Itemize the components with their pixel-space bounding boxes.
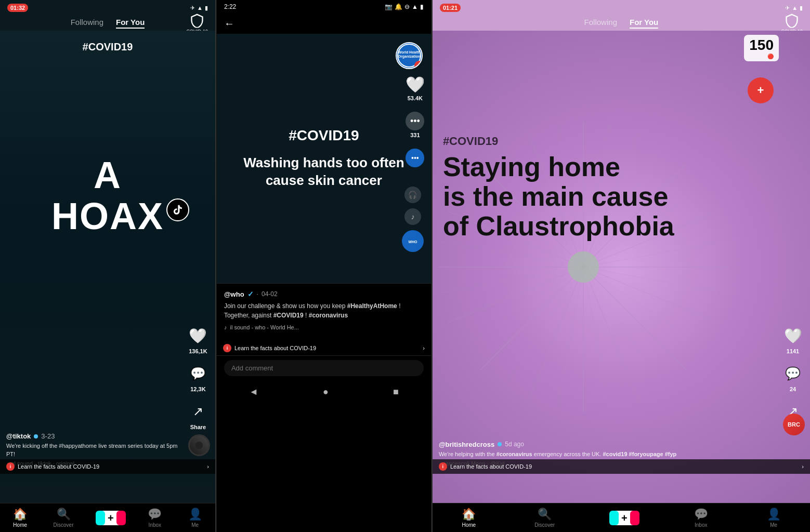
who-plus-icon-middle[interactable]: + (414, 61, 423, 69)
chevron-right-icon-right: › (802, 463, 804, 470)
inbox-icon-left: 💬 (148, 508, 162, 521)
hashtag-covid19-right: #covid19 (603, 451, 627, 457)
chevron-right-icon-middle: › (423, 345, 425, 351)
nav-discover-right[interactable]: 🔍 Discover (534, 508, 555, 528)
nav-tabs-right: Following For You (584, 18, 659, 29)
comment-btn-middle[interactable]: ••• 331 (406, 112, 424, 138)
status-bar-right: 01:21 ✈ ▲ ▮ (433, 0, 810, 16)
info-icon-right: i (439, 462, 447, 471)
nav-add-left[interactable]: + (100, 511, 122, 525)
music-note-icon-middle: ♪ (224, 324, 227, 330)
author-date-right: 5d ago (505, 441, 524, 448)
hashtag-text-left: #COVID19 (83, 41, 133, 52)
comment-count-middle: 331 (410, 132, 420, 138)
nav-discover-left[interactable]: 🔍 Discover (54, 508, 74, 528)
home-label-left: Home (13, 522, 27, 528)
chevron-right-icon-left: › (207, 463, 209, 470)
author-date-left: 3-23 (41, 432, 55, 440)
claim-line2-right: is the main cause (443, 181, 669, 211)
vibrate-icon-middle: 🔔 (395, 3, 402, 10)
who-circle-bottom-middle: WHO (402, 230, 424, 252)
author-name-right: @britishredcross (439, 441, 494, 448)
video-content-middle: #COVID19 Washing hands too often cause s… (217, 34, 431, 283)
verified-icon-middle: ✓ (247, 290, 254, 298)
comment-icon-right: 💬 (782, 363, 804, 384)
add-btn-inner-left: + (100, 511, 122, 525)
android-back-btn[interactable]: ◄ (249, 387, 258, 397)
discover-icon-right: 🔍 (538, 508, 552, 521)
nav-home-right[interactable]: 🏠 Home (462, 508, 476, 528)
svg-text:WHO: WHO (408, 240, 417, 244)
bottom-area-middle: @who ✓ · 04-02 Join our challenge & show… (217, 283, 431, 341)
share-btn-left[interactable]: ↗ Share (187, 401, 209, 430)
status-bar-middle: 2:22 📷 🔔 ⊖ ▲ ▮ (217, 0, 431, 14)
tab-following-right[interactable]: Following (584, 18, 617, 29)
music-text-middle: il sound - who - World He... (230, 324, 298, 330)
desc-middle: Join our challenge & show us how you kee… (224, 301, 424, 320)
hashtag-healthy-middle: #HealthyAtHome (347, 302, 397, 310)
date-middle: 04-02 (262, 290, 278, 298)
like-btn-right[interactable]: 🤍 1141 (782, 325, 804, 354)
discover-label-right: Discover (534, 522, 555, 528)
share-label-left: Share (190, 424, 206, 430)
covid-banner-left[interactable]: i Learn the facts about COVID-19 › (0, 459, 215, 474)
like-btn-middle[interactable]: 🤍 53.4K (406, 75, 425, 101)
middle-panel: 2:22 📷 🔔 ⊖ ▲ ▮ ← #COVID19 Washing hands … (216, 0, 432, 532)
video-bg-middle: #COVID19 Washing hands too often cause s… (217, 34, 431, 283)
status-time-left: 01:32 (7, 4, 28, 12)
nav-me-left[interactable]: 👤 Me (188, 508, 202, 528)
top-nav-left: Following For You COVID-19 (0, 16, 215, 31)
back-arrow-middle[interactable]: ← (224, 18, 234, 30)
android-home-btn[interactable]: ● (323, 387, 329, 397)
who-avatar-middle[interactable]: World Health Organization + (396, 42, 423, 69)
covid-banner-text-left: Learn the facts about COVID-19 (18, 463, 99, 470)
hoax-text-left: A HOAX (51, 155, 164, 237)
comment-input-middle[interactable] (224, 360, 424, 376)
nav-inbox-right[interactable]: 💬 Inbox (694, 508, 708, 528)
shield-icon-left (190, 13, 204, 28)
like-count-middle: 53.4K (408, 95, 423, 101)
inbox-icon-right: 💬 (694, 508, 708, 521)
hashtag-corona-right: #coronavirus (497, 451, 532, 457)
me-label-left: Me (191, 522, 199, 528)
wifi-icon-right: ▲ (792, 5, 798, 11)
android-recent-btn[interactable]: ■ (393, 387, 399, 397)
side-actions-middle: 🤍 53.4K ••• 331 ••• (406, 75, 425, 167)
red-cross-badge-right: + (748, 77, 774, 103)
discover-label-left: Discover (54, 522, 74, 528)
discover-icon-left: 🔍 (57, 508, 71, 521)
right-panel: 01:21 ✈ ▲ ▮ Following For You COVID-19 (433, 0, 810, 532)
who-icon-bottom-middle: WHO (407, 235, 419, 247)
home-icon-right: 🏠 (462, 508, 476, 521)
like-btn-left[interactable]: 🤍 136,1K (187, 325, 209, 354)
bottom-nav-left: 🏠 Home 🔍 Discover + 💬 Inbox 👤 Me (0, 503, 215, 532)
heart-icon-left: 🤍 (187, 325, 209, 347)
tab-following-left[interactable]: Following (71, 18, 103, 29)
add-plus-icon-right: + (621, 513, 628, 523)
nav-home-left[interactable]: 🏠 Home (13, 508, 27, 528)
status-time-right: 01:21 (440, 4, 461, 12)
battery-icon: ▮ (205, 5, 208, 11)
more-btn-middle[interactable]: ••• (406, 149, 424, 167)
video-author-left: @tiktok 3-23 (6, 432, 184, 440)
tab-for-you-left[interactable]: For You (116, 18, 145, 29)
svg-text:World Health: World Health (398, 50, 420, 54)
nav-add-right[interactable]: + (613, 511, 635, 525)
hashtag-overlay-left: #COVID19 (0, 41, 215, 53)
home-icon-left: 🏠 (13, 508, 27, 521)
nav-me-right[interactable]: 👤 Me (767, 508, 781, 528)
avatar-disc-right: BRC (783, 414, 805, 435)
comment-icon-left: 💬 (187, 363, 209, 384)
status-icons-middle: 📷 🔔 ⊖ ▲ ▮ (385, 3, 424, 10)
minus-icon-middle: ⊖ (404, 3, 410, 10)
covid-banner-content-right: i Learn the facts about COVID-19 (439, 462, 532, 471)
home-label-right: Home (462, 522, 476, 528)
covid-banner-middle[interactable]: i Learn the facts about COVID-19 › (217, 341, 431, 355)
hashtag-covid-middle: #COVID19 (273, 312, 304, 319)
nav-inbox-left[interactable]: 💬 Inbox (148, 508, 162, 528)
tab-for-you-right[interactable]: For You (630, 18, 658, 29)
comment-btn-left[interactable]: 💬 12,3K (187, 363, 209, 392)
covid-banner-right[interactable]: i Learn the facts about COVID-19 › (433, 459, 810, 474)
status-icons-left: ✈ ▲ ▮ (190, 5, 208, 11)
comment-btn-right[interactable]: 💬 24 (782, 363, 804, 392)
